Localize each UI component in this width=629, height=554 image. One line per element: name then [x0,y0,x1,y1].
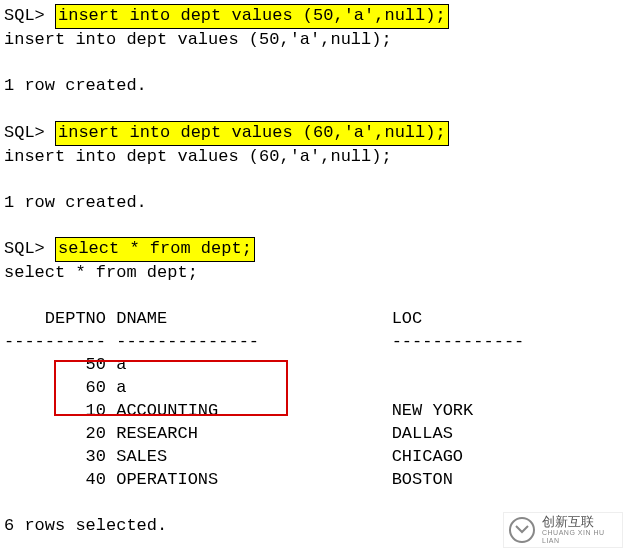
table-row: 30 SALES CHICAGO [4,446,625,469]
terminal-line: SQL> insert into dept values (60,'a',nul… [4,121,625,146]
blank-line [4,285,625,308]
blank-line [4,214,625,237]
logo-icon [508,516,536,544]
sql-prompt: SQL> [4,123,45,142]
sql-prompt: SQL> [4,239,45,258]
table-row: 40 OPERATIONS BOSTON [4,469,625,492]
svg-point-0 [510,518,534,542]
result-line: 1 row created. [4,192,625,215]
terminal-line: SQL> insert into dept values (50,'a',nul… [4,4,625,29]
table-row: 20 RESEARCH DALLAS [4,423,625,446]
table-row: 60 a [4,377,625,400]
table-divider: ---------- -------------- ------------- [4,331,625,354]
result-line: 1 row created. [4,75,625,98]
watermark-brand: 创新互联 [542,515,618,529]
watermark-sub: CHUANG XIN HU LIAN [542,529,618,544]
highlighted-command-3: select * from dept; [55,237,255,262]
terminal-line: select * from dept; [4,262,625,285]
watermark-logo: 创新互联 CHUANG XIN HU LIAN [503,512,623,548]
highlighted-command-2: insert into dept values (60,'a',null); [55,121,449,146]
terminal-line: SQL> select * from dept; [4,237,625,262]
highlighted-command-1: insert into dept values (50,'a',null); [55,4,449,29]
blank-line [4,98,625,121]
terminal-line: insert into dept values (50,'a',null); [4,29,625,52]
sql-prompt: SQL> [4,6,45,25]
blank-line [4,169,625,192]
blank-line [4,52,625,75]
table-header: DEPTNO DNAME LOC [4,308,625,331]
table-row: 10 ACCOUNTING NEW YORK [4,400,625,423]
terminal-line: insert into dept values (60,'a',null); [4,146,625,169]
table-row: 50 a [4,354,625,377]
